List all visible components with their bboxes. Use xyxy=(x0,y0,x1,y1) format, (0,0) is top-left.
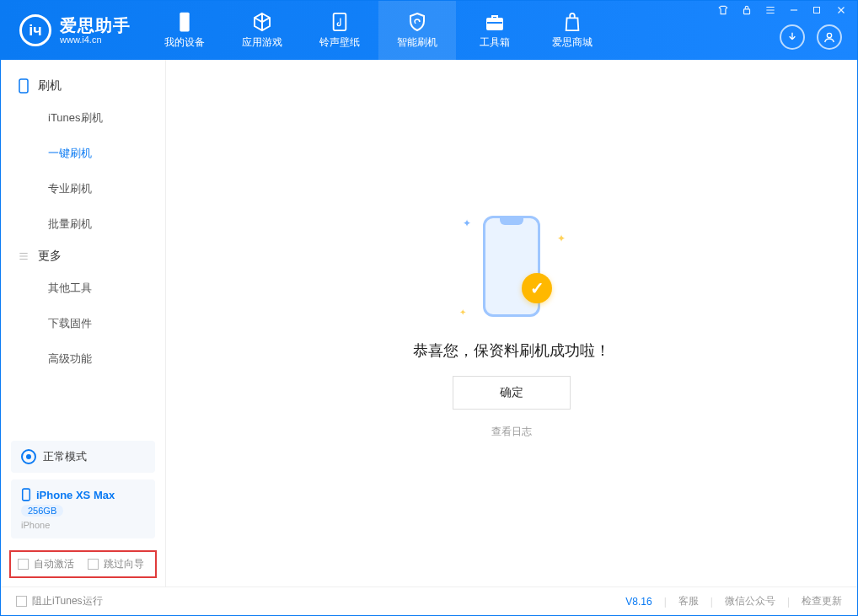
svg-rect-4 xyxy=(487,19,502,29)
device-capacity: 256GB xyxy=(21,505,63,517)
svg-point-5 xyxy=(827,33,831,37)
nav-toolbox[interactable]: 工具箱 xyxy=(456,1,534,60)
window-controls xyxy=(717,4,850,16)
main-content: ✦ ✦ ✦ ✓ 恭喜您，保资料刷机成功啦！ 确定 查看日志 xyxy=(166,60,857,587)
success-message: 恭喜您，保资料刷机成功啦！ xyxy=(413,340,610,361)
close-button[interactable] xyxy=(835,4,850,16)
user-button[interactable] xyxy=(817,24,842,50)
checkmark-badge-icon: ✓ xyxy=(522,273,552,303)
phone-icon xyxy=(174,12,195,32)
music-file-icon xyxy=(330,12,350,32)
sidebar-item-pro-flash[interactable]: 专业刷机 xyxy=(48,171,165,206)
svg-rect-2 xyxy=(180,12,189,31)
topbar-right xyxy=(780,24,842,50)
device-name: iPhone XS Max xyxy=(36,489,115,501)
checkbox-icon xyxy=(18,559,29,570)
sidebar-item-advanced[interactable]: 高级功能 xyxy=(48,341,165,377)
checkbox-block-itunes[interactable]: 阻止iTunes运行 xyxy=(16,594,103,608)
device-mode[interactable]: 正常模式 xyxy=(11,441,155,473)
nav-apps-games[interactable]: 应用游戏 xyxy=(223,1,301,60)
checkbox-icon xyxy=(88,559,99,570)
phone-small-icon xyxy=(21,488,31,501)
list-icon xyxy=(18,250,31,262)
svg-rect-1 xyxy=(814,8,820,13)
nav-my-device[interactable]: 我的设备 xyxy=(146,1,223,60)
sidebar-item-oneclick-flash[interactable]: 一键刷机 xyxy=(48,136,165,171)
logo-icon: iч xyxy=(19,14,51,46)
menu-icon[interactable] xyxy=(764,4,780,16)
sidebar-item-itunes-flash[interactable]: iTunes刷机 xyxy=(48,100,165,136)
checkbox-auto-activate[interactable]: 自动激活 xyxy=(18,557,74,571)
sparkle-icon: ✦ xyxy=(459,308,466,317)
customer-service-link[interactable]: 客服 xyxy=(678,594,699,608)
success-illustration: ✦ ✦ ✦ ✓ xyxy=(453,207,571,325)
sidebar-section-more: 更多 xyxy=(1,242,165,271)
mode-icon xyxy=(21,449,36,464)
device-icon xyxy=(18,78,31,94)
app-title: 爱思助手 xyxy=(60,16,131,35)
cube-icon xyxy=(252,12,272,32)
device-info[interactable]: iPhone XS Max 256GB iPhone xyxy=(11,479,155,538)
device-mode-label: 正常模式 xyxy=(43,449,87,464)
svg-rect-0 xyxy=(744,9,750,14)
svg-rect-6 xyxy=(19,79,28,93)
maximize-button[interactable] xyxy=(812,5,827,15)
sidebar: 刷机 iTunes刷机 一键刷机 专业刷机 批量刷机 更多 其他工具 下载固件 … xyxy=(1,60,166,587)
shirt-icon[interactable] xyxy=(717,4,732,16)
sidebar-section-more-label: 更多 xyxy=(38,249,62,264)
version-label: V8.16 xyxy=(625,596,652,608)
sidebar-section-flash-label: 刷机 xyxy=(38,78,62,94)
main-nav: 我的设备 应用游戏 铃声壁纸 智能刷机 工具箱 爱思商城 xyxy=(146,1,611,60)
highlighted-options: 自动激活 跳过向导 xyxy=(9,550,157,578)
download-button[interactable] xyxy=(780,24,805,50)
refresh-shield-icon xyxy=(407,12,427,32)
titlebar: iч 爱思助手 www.i4.cn 我的设备 应用游戏 铃声壁纸 智能刷机 xyxy=(1,1,857,60)
check-update-link[interactable]: 检查更新 xyxy=(802,594,842,608)
wechat-link[interactable]: 微信公众号 xyxy=(725,594,775,608)
shopping-bag-icon xyxy=(562,12,582,32)
statusbar: 阻止iTunes运行 V8.16 | 客服 | 微信公众号 | 检查更新 xyxy=(1,587,857,615)
ok-button[interactable]: 确定 xyxy=(453,376,571,410)
lock-icon[interactable] xyxy=(741,4,756,16)
sparkle-icon: ✦ xyxy=(463,217,471,229)
sidebar-item-other-tools[interactable]: 其他工具 xyxy=(48,271,165,306)
nav-smart-flash[interactable]: 智能刷机 xyxy=(378,1,456,60)
nav-store[interactable]: 爱思商城 xyxy=(534,1,611,60)
checkbox-icon xyxy=(16,596,27,607)
app-subtitle: www.i4.cn xyxy=(60,35,131,45)
minimize-button[interactable] xyxy=(788,4,803,16)
sidebar-item-firmware[interactable]: 下载固件 xyxy=(48,306,165,341)
nav-ringtones-wallpapers[interactable]: 铃声壁纸 xyxy=(301,1,378,60)
svg-rect-3 xyxy=(334,13,346,29)
view-log-link[interactable]: 查看日志 xyxy=(491,425,532,439)
svg-rect-7 xyxy=(23,489,30,501)
checkbox-skip-wizard[interactable]: 跳过向导 xyxy=(88,557,144,571)
sparkle-icon: ✦ xyxy=(557,233,566,244)
toolbox-icon xyxy=(485,12,505,32)
app-window: iч 爱思助手 www.i4.cn 我的设备 应用游戏 铃声壁纸 智能刷机 xyxy=(0,0,858,616)
app-logo: iч 爱思助手 www.i4.cn xyxy=(1,14,146,46)
body: 刷机 iTunes刷机 一键刷机 专业刷机 批量刷机 更多 其他工具 下载固件 … xyxy=(1,60,857,587)
sidebar-item-batch-flash[interactable]: 批量刷机 xyxy=(48,206,165,242)
device-type: iPhone xyxy=(21,520,145,530)
sidebar-section-flash: 刷机 xyxy=(1,72,165,100)
